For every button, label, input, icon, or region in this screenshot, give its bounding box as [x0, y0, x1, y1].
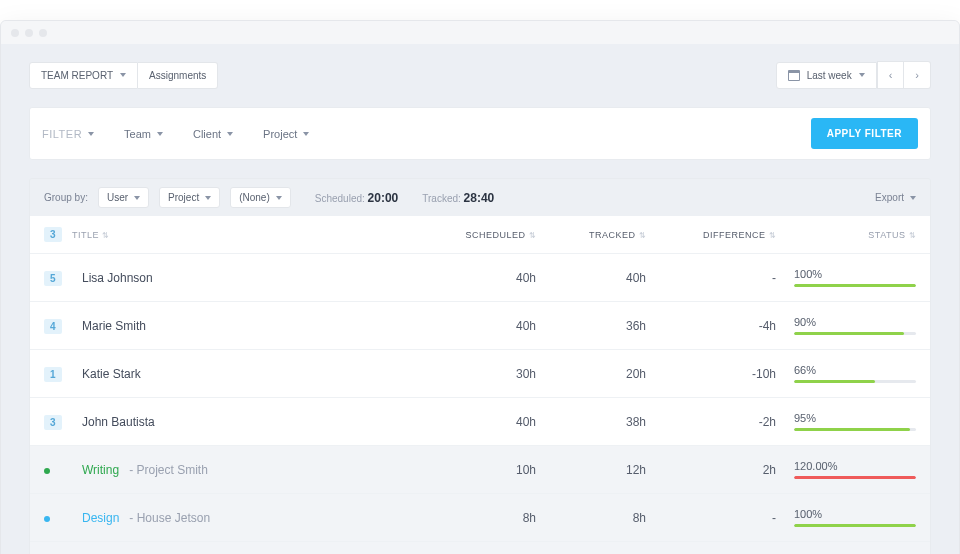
- sort-icon: ⇅: [529, 231, 537, 240]
- sort-icon: ⇅: [639, 231, 647, 240]
- row-status: 90%: [776, 316, 916, 335]
- status-bar: [794, 380, 916, 383]
- row-scheduled: 40h: [426, 415, 536, 429]
- status-bar-fill: [794, 332, 904, 335]
- apply-filter-button[interactable]: APPLY FILTER: [811, 118, 918, 149]
- row-title: John Bautista: [82, 415, 426, 429]
- project-dropdown[interactable]: Project: [263, 128, 309, 140]
- window-dot: [11, 29, 19, 37]
- team-dropdown[interactable]: Team: [124, 128, 163, 140]
- table-row[interactable]: 4Marie Smith40h36h-4h90%: [30, 302, 930, 350]
- row-title: Writing - Project Smith: [82, 463, 426, 477]
- row-scheduled: 30h: [426, 367, 536, 381]
- status-bar-fill: [794, 428, 910, 431]
- row-tracked: 8h: [536, 511, 646, 525]
- row-status: 100%: [776, 268, 916, 287]
- row-difference: -4h: [646, 319, 776, 333]
- header-count-badge: 3: [44, 227, 62, 242]
- groupby-3-dropdown[interactable]: (None): [230, 187, 291, 208]
- scheduled-stat: Scheduled: 20:00: [315, 191, 399, 205]
- row-status: 120.00%: [776, 460, 916, 479]
- project-bullet-icon: [44, 516, 50, 522]
- status-percent: 95%: [794, 412, 916, 424]
- status-bar-fill: [794, 476, 916, 479]
- groupby-2-dropdown[interactable]: Project: [159, 187, 220, 208]
- window-dot: [39, 29, 47, 37]
- row-scheduled: 10h: [426, 463, 536, 477]
- table-row[interactable]: 5Lisa Johnson40h40h-100%: [30, 254, 930, 302]
- caret-down-icon: [205, 196, 211, 200]
- caret-down-icon: [303, 132, 309, 136]
- row-tracked: 12h: [536, 463, 646, 477]
- daterange-dropdown[interactable]: Last week: [776, 62, 877, 89]
- groupby-bar: Group by: User Project (None) Scheduled:…: [30, 179, 930, 216]
- table-row[interactable]: 1Katie Stark30h20h-10h66%: [30, 350, 930, 398]
- table-row[interactable]: Maintainance - Jane Jones2h1.5h-0.5h75%: [30, 542, 930, 554]
- caret-down-icon: [910, 196, 916, 200]
- assignments-label: Assignments: [149, 70, 206, 81]
- row-tracked: 40h: [536, 271, 646, 285]
- row-title: Marie Smith: [82, 319, 426, 333]
- next-button[interactable]: ›: [904, 61, 931, 89]
- prev-button[interactable]: ‹: [877, 61, 905, 89]
- assignments-button[interactable]: Assignments: [138, 62, 218, 89]
- col-difference[interactable]: DIFFERENCE⇅: [646, 230, 776, 240]
- caret-down-icon: [157, 132, 163, 136]
- col-title[interactable]: TITLE⇅: [72, 230, 110, 240]
- row-count-badge: 1: [44, 367, 62, 382]
- chevron-right-icon: ›: [915, 69, 919, 81]
- row-scheduled: 8h: [426, 511, 536, 525]
- caret-down-icon: [88, 132, 94, 136]
- filter-bar: FILTER Team Client Project APPLY FILTER: [29, 107, 931, 160]
- row-status: 95%: [776, 412, 916, 431]
- app-window: TEAM REPORT Assignments Last week ‹: [0, 20, 960, 554]
- top-toolbar: TEAM REPORT Assignments Last week ‹: [29, 61, 931, 89]
- project-bullet-icon: [44, 468, 50, 474]
- status-bar: [794, 332, 916, 335]
- calendar-icon: [788, 70, 800, 81]
- table-row[interactable]: Writing - Project Smith10h12h2h120.00%: [30, 446, 930, 494]
- row-difference: -: [646, 271, 776, 285]
- filter-dropdown[interactable]: FILTER: [42, 128, 94, 140]
- row-tracked: 20h: [536, 367, 646, 381]
- sort-icon: ⇅: [909, 231, 917, 240]
- row-difference: -: [646, 511, 776, 525]
- sort-icon: ⇅: [102, 231, 110, 240]
- window-titlebar: [1, 21, 959, 45]
- export-dropdown[interactable]: Export: [875, 192, 916, 203]
- status-bar-fill: [794, 380, 875, 383]
- report-dropdown-label: TEAM REPORT: [41, 70, 113, 81]
- table-body: 5Lisa Johnson40h40h-100%4Marie Smith40h3…: [30, 254, 930, 554]
- row-scheduled: 40h: [426, 319, 536, 333]
- status-percent: 90%: [794, 316, 916, 328]
- status-percent: 66%: [794, 364, 916, 376]
- row-title: Design - House Jetson: [82, 511, 426, 525]
- row-title: Lisa Johnson: [82, 271, 426, 285]
- daterange-label: Last week: [807, 70, 852, 81]
- chevron-left-icon: ‹: [889, 69, 893, 81]
- row-difference: -2h: [646, 415, 776, 429]
- col-tracked[interactable]: TRACKED⇅: [536, 230, 646, 240]
- report-panel: Group by: User Project (None) Scheduled:…: [29, 178, 931, 554]
- row-status: 66%: [776, 364, 916, 383]
- row-tracked: 38h: [536, 415, 646, 429]
- client-dropdown[interactable]: Client: [193, 128, 233, 140]
- report-dropdown[interactable]: TEAM REPORT: [29, 62, 138, 89]
- status-percent: 100%: [794, 268, 916, 280]
- table-row[interactable]: Design - House Jetson8h8h-100%: [30, 494, 930, 542]
- col-scheduled[interactable]: SCHEDULED⇅: [426, 230, 536, 240]
- status-bar: [794, 428, 916, 431]
- project-suffix: - House Jetson: [129, 511, 210, 525]
- status-bar: [794, 284, 916, 287]
- groupby-1-dropdown[interactable]: User: [98, 187, 149, 208]
- project-name: Writing: [82, 463, 119, 477]
- row-status: 100%: [776, 508, 916, 527]
- row-difference: 2h: [646, 463, 776, 477]
- window-dot: [25, 29, 33, 37]
- row-count-badge: 4: [44, 319, 62, 334]
- status-bar-fill: [794, 524, 916, 527]
- table-row[interactable]: 3John Bautista40h38h-2h95%: [30, 398, 930, 446]
- col-status[interactable]: STATUS⇅: [776, 230, 916, 240]
- row-scheduled: 40h: [426, 271, 536, 285]
- status-percent: 100%: [794, 508, 916, 520]
